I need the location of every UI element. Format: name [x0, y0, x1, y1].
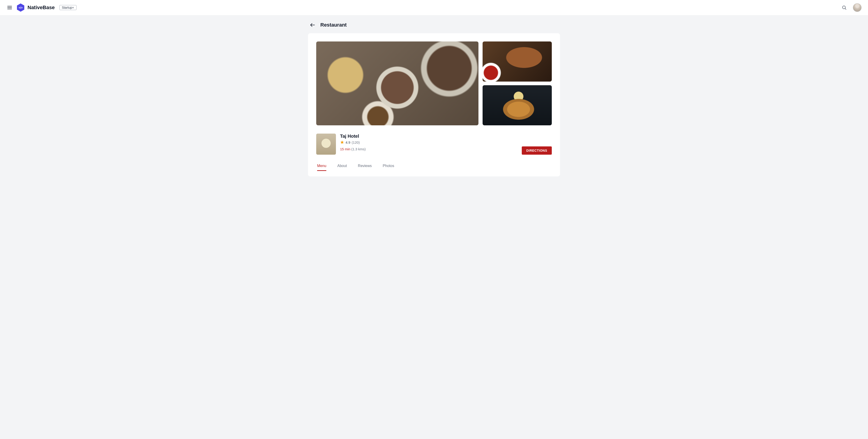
brand-logo[interactable]: </> NativeBase Startup+ [16, 3, 76, 12]
rating-row: 4.9 (120) [340, 140, 366, 144]
menu-button[interactable] [6, 4, 13, 11]
distance-time: 15 min [340, 147, 350, 151]
tab-about[interactable]: About [337, 164, 347, 171]
svg-text:</>: </> [19, 6, 23, 9]
search-icon [842, 5, 847, 10]
rating-value: 4.9 [346, 140, 350, 144]
tab-reviews[interactable]: Reviews [358, 164, 372, 171]
top-bar: </> NativeBase Startup+ [0, 0, 868, 15]
food-image-thumb-1 [483, 41, 552, 82]
distance-row: 15 min (1.3 kms) [340, 147, 366, 151]
hamburger-icon [7, 5, 12, 10]
svg-line-6 [845, 8, 846, 9]
gallery-thumb-2[interactable] [483, 85, 552, 125]
hotel-name: Taj Hotel [340, 133, 366, 139]
gallery-main-image[interactable] [316, 41, 478, 125]
page-background: Restaurant [0, 15, 868, 439]
content-card: Taj Hotel 4.9 (120) 15 min (1.3 kms) [308, 33, 560, 177]
star-icon [340, 140, 344, 144]
gallery-thumb-1[interactable] [483, 41, 552, 82]
page-header: Restaurant [308, 15, 560, 33]
food-image-main [316, 41, 478, 125]
food-image-thumb-2 [483, 85, 552, 125]
avatar[interactable] [853, 3, 862, 12]
tabs: Menu About Reviews Photos [316, 164, 552, 171]
rating-count: (120) [352, 140, 360, 144]
hotel-thumbnail[interactable] [316, 133, 336, 155]
tab-photos[interactable]: Photos [383, 164, 394, 171]
hotel-image [316, 133, 336, 155]
page-title: Restaurant [320, 22, 347, 28]
directions-button[interactable]: DIRECTIONS [522, 147, 552, 155]
back-button[interactable] [309, 21, 316, 29]
photo-gallery [316, 41, 552, 125]
arrow-left-icon [310, 22, 315, 28]
hotel-info-row: Taj Hotel 4.9 (120) 15 min (1.3 kms) [316, 133, 552, 155]
distance-km: (1.3 kms) [351, 147, 366, 151]
svg-marker-8 [341, 141, 344, 144]
tab-menu[interactable]: Menu [317, 164, 326, 171]
logo-icon: </> [16, 3, 25, 12]
startup-badge: Startup+ [59, 5, 76, 10]
search-button[interactable] [840, 4, 848, 11]
brand-name: NativeBase [28, 5, 55, 10]
